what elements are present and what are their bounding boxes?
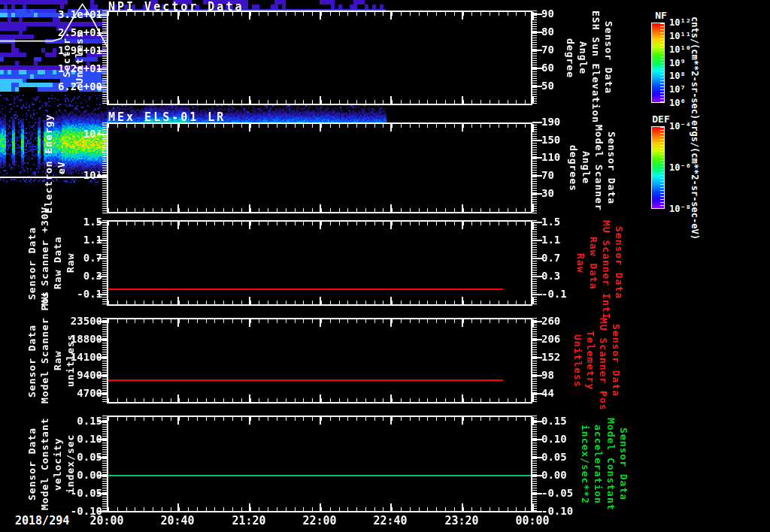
x-major-tick: [462, 12, 463, 20]
x-major-tick: [462, 124, 463, 131]
x-major-tick: [390, 96, 392, 104]
x-major-tick: [107, 503, 108, 511]
panel-frame-npi: [107, 11, 532, 105]
x-major-tick: [320, 319, 321, 327]
colorbar-tick-label: 10⁷: [669, 84, 686, 95]
x-major-tick: [107, 394, 108, 402]
x-major-tick: [390, 319, 392, 327]
right-axis-label-model-scanner-pos: Sensor Data MU Scanner Pos Telemetry Uni…: [568, 318, 623, 404]
x-major-tick: [107, 12, 108, 20]
right-axis-label-model-constant: Sensor Data Model Constant acceleration …: [576, 416, 630, 512]
x-major-tick: [532, 96, 534, 104]
x-major-tick: [532, 503, 534, 511]
x-major-tick: [107, 124, 108, 131]
x-major-tick: [177, 394, 179, 402]
y-axis-label-els: Electron Energy eV: [42, 122, 71, 213]
y-axis-label-model-scanner-pos: Sensor Data Model Scanner Pos Raw unitle…: [26, 318, 80, 404]
x-major-tick: [320, 124, 321, 131]
x-major-tick: [320, 394, 321, 402]
data-line-model-scanner-pos: [108, 379, 503, 381]
x-major-tick: [249, 96, 250, 104]
x-major-tick: [177, 222, 179, 229]
x-major-tick: [390, 394, 392, 402]
x-major-tick: [320, 503, 321, 511]
x-tick-label: 23:20: [439, 514, 484, 527]
x-major-tick: [249, 12, 250, 20]
panel-frame-mu-scanner-30v: [107, 220, 532, 306]
x-major-tick: [532, 124, 534, 131]
colorbar-tick-label: 10¹²: [669, 17, 691, 28]
x-tick-label: 21:20: [226, 514, 271, 527]
y-minor-ticks-left-npi: [102, 11, 107, 105]
right-axis-label-els: Sensor Data Model Scanner Angle degrees: [564, 122, 618, 213]
right-axis-label-npi: Sensor Data ESH Sun Elevation Angle degr…: [561, 11, 615, 105]
x-major-tick: [390, 12, 392, 20]
x-major-tick: [390, 204, 392, 212]
y-minor-ticks-right-els: [532, 122, 537, 213]
x-major-tick: [249, 319, 250, 327]
x-major-tick: [532, 394, 534, 402]
y-minor-ticks-right-model-scanner-pos: [532, 318, 537, 404]
x-tick-label: 22:40: [368, 514, 413, 527]
x-tick-label: 20:00: [84, 514, 129, 527]
x-major-tick: [462, 297, 463, 304]
x-major-tick: [107, 297, 108, 304]
y-axis-label-mu-scanner-30v: Sensor Data MU Scanner +30V Raw Data Raw: [26, 220, 80, 306]
colorbar-tick-label: 10⁶: [669, 98, 686, 108]
x-major-tick: [390, 297, 392, 304]
right-axis-label-mu-scanner-30v: Sensor Data MU Scanner IntI Raw Data Raw: [571, 220, 626, 306]
y-minor-ticks-left-model-scanner-pos: [102, 318, 107, 404]
panel-frame-model-constant: [107, 416, 532, 512]
x-major-tick: [249, 503, 250, 511]
x-major-tick: [462, 96, 463, 104]
colorbar-tick-label: 10¹⁰: [669, 44, 691, 55]
x-major-tick: [320, 417, 321, 425]
x-major-tick: [532, 204, 534, 212]
x-major-tick: [177, 503, 179, 511]
y-axis-label-npi: Sector Unitless: [60, 11, 89, 105]
x-major-tick: [177, 96, 179, 104]
x-tick-label: 20:40: [155, 514, 200, 527]
x-tick-label: 22:00: [297, 514, 342, 527]
colorbar-tick-label: 10⁻⁶: [669, 162, 691, 173]
colorbar-tick-label: 10⁻⁴: [669, 121, 691, 131]
panel-frame-els: [107, 122, 532, 213]
x-major-tick: [107, 96, 108, 104]
plot-area: NPI Vector Data MEx ELS-01 LR 2018/294 3…: [0, 0, 770, 532]
x-major-tick: [177, 12, 179, 20]
x-major-tick: [320, 204, 321, 212]
x-major-tick: [390, 503, 392, 511]
x-major-tick: [462, 503, 463, 511]
panel-frame-model-scanner-pos: [107, 318, 532, 404]
x-major-tick: [107, 222, 108, 229]
colorbar-tick-label: 10⁻⁸: [669, 204, 691, 214]
x-tick-label: 00:00: [510, 514, 555, 527]
x-major-tick: [462, 417, 463, 425]
x-major-tick: [249, 394, 250, 402]
y-axis-label-model-constant: Sensor Data Model Constant velocity inde…: [26, 416, 80, 512]
x-major-tick: [177, 204, 179, 212]
x-major-tick: [249, 124, 250, 131]
x-major-tick: [249, 204, 250, 212]
x-major-tick: [249, 297, 250, 304]
x-major-tick: [462, 222, 463, 229]
x-major-tick: [177, 297, 179, 304]
x-major-tick: [177, 319, 179, 327]
colorbar-tick-label: 10¹¹: [669, 31, 691, 41]
colorbar-tick-label: 10⁹: [669, 58, 686, 68]
y-minor-ticks-left-els: [102, 122, 107, 213]
x-major-tick: [107, 204, 108, 212]
y-minor-ticks-right-model-constant: [532, 416, 537, 512]
y-minor-ticks-right-mu-scanner-30v: [532, 220, 537, 306]
x-major-tick: [320, 222, 321, 229]
data-line-mu-scanner-30v: [108, 289, 503, 290]
x-major-tick: [320, 96, 321, 104]
x-major-tick: [390, 124, 392, 131]
x-major-tick: [249, 222, 250, 229]
x-major-tick: [320, 12, 321, 20]
x-major-tick: [107, 319, 108, 327]
x-major-tick: [462, 394, 463, 402]
x-major-tick: [390, 222, 392, 229]
colorbar-units: ergs/(cm**2-sr-sec-eV): [690, 120, 700, 255]
data-line-model-constant: [108, 475, 531, 476]
